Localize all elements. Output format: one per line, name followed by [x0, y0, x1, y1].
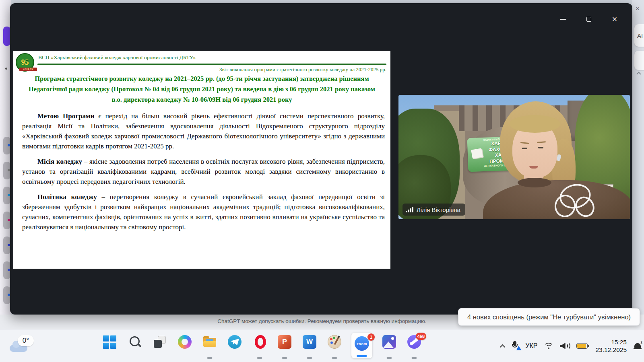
sidebar-app-icon[interactable]	[3, 237, 10, 254]
telegram-button[interactable]	[227, 332, 243, 360]
copilot-button[interactable]	[177, 332, 193, 360]
task-view-icon	[153, 335, 167, 349]
windows-logo-icon	[103, 335, 117, 349]
viber-button[interactable]: 468	[406, 332, 422, 360]
zoom-meeting-window: × 95 КОЛЕДЖ ВСП «Харківський фаховий кол…	[10, 3, 632, 315]
sidebar-app-icon[interactable]	[3, 27, 10, 46]
window-controls: ×	[559, 15, 619, 23]
word-icon: W	[303, 335, 316, 349]
minimize-button[interactable]	[559, 15, 567, 23]
sidebar-app-icon[interactable]	[3, 137, 10, 154]
task-view-button[interactable]	[152, 332, 168, 360]
ai-panel-button[interactable]: AI	[634, 24, 644, 47]
powerpoint-icon: P	[278, 335, 291, 349]
maximize-button[interactable]	[585, 15, 593, 23]
viber-badge: 468	[416, 333, 426, 340]
sidebar-app-icon[interactable]	[3, 212, 10, 229]
panel-button[interactable]	[634, 51, 644, 70]
photos-button[interactable]	[381, 332, 397, 360]
location-arrow-icon	[516, 346, 522, 352]
temperature: 0°	[18, 335, 34, 346]
powerpoint-button[interactable]: P	[277, 332, 293, 360]
word-button[interactable]: W	[301, 332, 318, 360]
college-95-logo: 95 КОЛЕДЖ	[16, 53, 34, 72]
close-icon[interactable]: ×	[636, 5, 640, 13]
taskbar: 0°	[0, 329, 644, 362]
file-explorer-button[interactable]	[202, 332, 218, 360]
org-name: ВСП «Харківський фаховий коледж харчової…	[38, 54, 196, 61]
slide-body: Метою Програми є перехід на більш високи…	[22, 111, 385, 237]
zoom-active-card: zoom 1	[351, 333, 372, 358]
system-tray: УКР 15:25 23.12.2025 z	[501, 329, 642, 362]
volume-icon[interactable]	[560, 342, 570, 350]
sidebar-app-icon[interactable]	[3, 187, 10, 204]
photos-icon	[382, 335, 396, 349]
weather-widget[interactable]: 0°	[8, 334, 36, 358]
tray-date: 23.12.2025	[595, 346, 627, 354]
desktop: × AI ChatGPT может допускать ошибки. Рек…	[0, 0, 644, 362]
sidebar-app-icon[interactable]	[3, 162, 10, 179]
clock[interactable]: 15:25 23.12.2025	[595, 338, 627, 354]
shared-presentation-slide: 95 КОЛЕДЖ ВСП «Харківський фаховий колед…	[13, 51, 390, 269]
zoom-badge: 1	[367, 333, 375, 341]
ai-panel-label: AI	[637, 32, 643, 39]
zoom-active-indicator	[357, 355, 367, 357]
copilot-icon	[178, 335, 192, 349]
participant-name-tag: Лілія Вікторівна	[402, 204, 465, 216]
notification-text: 4 нових сповіщень (режим "Не турбувати" …	[467, 313, 631, 321]
paragraph-goal: Метою Програми є перехід на більш високи…	[22, 111, 385, 151]
taskbar-icons: P W	[102, 332, 422, 360]
language-indicator[interactable]: УКР	[525, 342, 537, 350]
tray-time: 15:25	[595, 338, 627, 346]
connection-signal-icon	[406, 207, 413, 212]
zoom-icon: zoom	[355, 336, 369, 351]
search-button[interactable]	[127, 332, 143, 360]
zoom-app-button[interactable]: zoom 1	[351, 332, 372, 360]
sidebar-app-icon[interactable]	[3, 286, 10, 304]
paint-icon	[328, 335, 341, 349]
wifi-icon[interactable]	[543, 342, 554, 350]
paint-button[interactable]	[326, 332, 343, 360]
background-app-right-panel: × AI	[632, 0, 644, 329]
sidebar-app-icon[interactable]	[3, 261, 10, 279]
start-button[interactable]	[102, 332, 118, 360]
opera-button[interactable]	[252, 332, 268, 360]
folder-icon	[203, 335, 217, 349]
sidebar-dot	[5, 68, 7, 70]
paragraph-mission: Місія коледжу – якісне задоволення потре…	[22, 156, 385, 187]
chevron-up-icon[interactable]	[636, 72, 641, 76]
tray-overflow-chevron-icon[interactable]	[500, 344, 505, 350]
microphone-tray-icon[interactable]	[510, 341, 519, 351]
telegram-icon	[228, 335, 242, 349]
notification-toast[interactable]: 4 нових сповіщень (режим "Не турбувати" …	[458, 308, 640, 326]
slide-title: Програма стратегічного розвитку коледжу …	[27, 74, 377, 105]
header-divider	[37, 64, 386, 65]
do-not-disturb-bell-icon[interactable]: z	[634, 341, 642, 350]
search-icon	[128, 335, 142, 349]
paragraph-policy: Політика коледжу – перетворення коледжу …	[22, 192, 385, 232]
banner-book-art	[471, 148, 483, 158]
battery-icon[interactable]	[576, 343, 588, 349]
participant-video[interactable]: ВІДОКРЕМЛЕНИЙ СТРУКТУРНИ ХАРКІВСЬК ФАХОВ…	[398, 95, 630, 219]
close-button[interactable]: ×	[611, 15, 619, 23]
background-app-sidebar	[0, 0, 11, 329]
opera-icon	[255, 335, 266, 349]
report-subtitle: Звіт виконання програми стратегічного ро…	[219, 66, 386, 73]
participant-name: Лілія Вікторівна	[417, 206, 460, 213]
